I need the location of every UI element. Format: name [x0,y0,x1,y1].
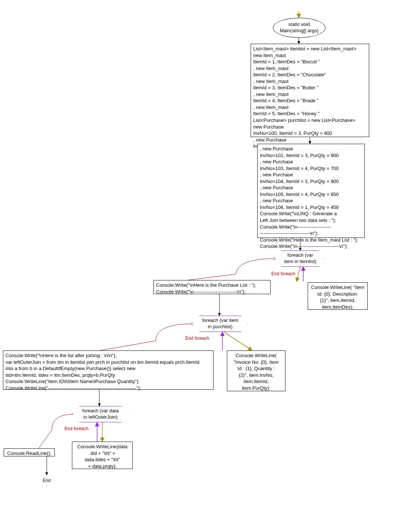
writeline-item: Console.WriteLine( "Item Id: {0}, Descri… [308,282,368,310]
end-label: End [43,478,50,483]
code-block-2: , new Purchase InvNo=102, ItemId = 3, Pu… [257,144,365,238]
writeline-join: Console.WriteLine(data .itid + "\t\t" + … [72,442,133,469]
start-node: static void Main(string[] args) [273,18,325,38]
foreach-leftouterjoin-label: foreach (var data in leftOuterJoin) [79,408,122,420]
write-purchase-header: Console.Write("\nHere is the Purchase Li… [153,280,271,294]
end-foreach-label-2: End foreach [185,336,209,341]
writeline-purchase: Console.WriteLine( "Invoice No: {0}, Ite… [227,350,285,391]
join-block: Console.Write("\nHere is the list after … [3,350,214,390]
svg-line-7 [224,332,252,350]
foreach-leftouterjoin: foreach (var data in leftOuterJoin) [73,406,128,422]
foreach-purchlist-label: foreach (var item in purchlist) [198,317,242,330]
start-label: static void Main(string[] args) [280,21,319,34]
end-foreach-label-1: End foreach [271,271,295,276]
code-block-1: List<Item_mast> itemlist = new List<Item… [251,44,369,137]
foreach-itemlist: foreach (var item in itemlist) [275,250,325,267]
foreach-itemlist-label: foreach (var item in itemlist) [281,252,320,265]
readline-block: Console.ReadLine(); [4,448,55,456]
svg-line-4 [297,267,300,282]
foreach-purchlist: foreach (var item in purchlist) [193,316,248,332]
end-node: End [39,475,55,486]
end-foreach-label-3: End foreach [65,426,89,431]
